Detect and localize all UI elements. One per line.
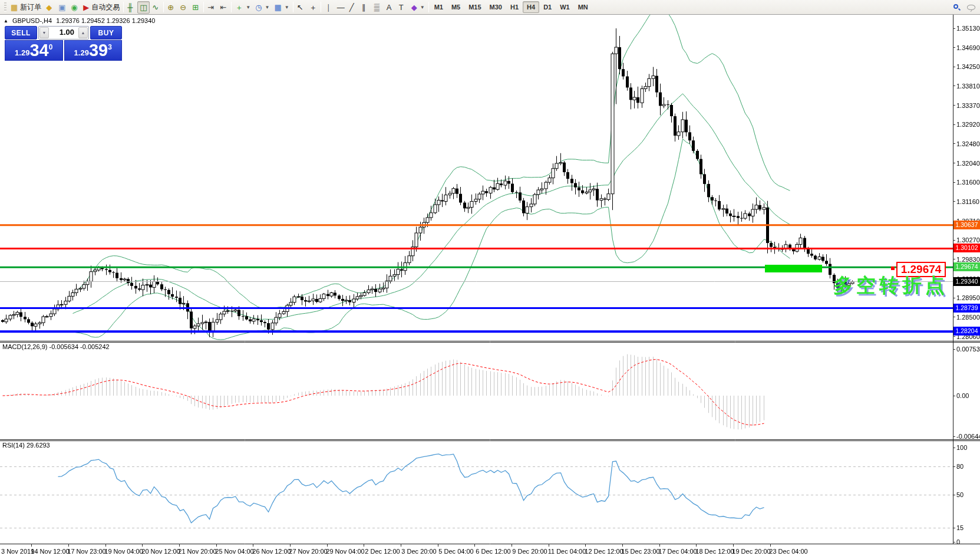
level-price-tag: 1.30102 [953, 244, 980, 252]
macd-label: MACD(12,26,9) -0.005634 -0.005242 [2, 343, 110, 350]
toolbar-separator [321, 2, 321, 12]
channel-icon: ∥ [362, 4, 366, 11]
timeframe-m1-button[interactable]: M1 [430, 1, 447, 13]
price-axis-tick: 1.33810 [956, 83, 980, 90]
line-chart-icon[interactable]: ∿ [150, 1, 162, 14]
price-axis-tick: 1.31160 [956, 198, 979, 205]
profile-icon: ▣ [58, 4, 65, 11]
highlight-rectangle[interactable] [765, 265, 822, 272]
history-center-icon: ◆ [46, 4, 52, 11]
vline-icon[interactable]: ｜ [322, 1, 335, 14]
history-center-icon[interactable]: ◆ [44, 1, 56, 14]
current-price-tag: 1.29340 [953, 277, 980, 286]
rsi-axis-tick: 0 [956, 538, 960, 545]
templates-icon[interactable]: ▦▼ [272, 1, 291, 14]
hline-icon[interactable]: — [335, 1, 347, 14]
zoom-out-icon[interactable]: ⊖ [177, 1, 190, 14]
arrows-icon: ◆ [411, 4, 417, 11]
rsi-axis-tick: 50 [956, 491, 963, 498]
scroll-to-end-icon: ⇥ [207, 4, 214, 11]
one-click-trade-panel: SELL ▼ 1.00 ▲ BUY 1.29340 1.29393 [5, 26, 122, 61]
line-chart-icon: ∿ [152, 4, 159, 11]
tile-windows-icon[interactable]: ⊞ [190, 1, 202, 14]
timeframe-w1-button[interactable]: W1 [556, 1, 574, 13]
news-feed-icon: ◉ [71, 4, 77, 11]
time-axis-label: 17 Dec 04:00 [658, 548, 697, 555]
chat-icon[interactable] [967, 5, 975, 10]
channel-icon[interactable]: ∥ [359, 1, 372, 14]
periods-icon-dropdown-arrow[interactable]: ▼ [265, 5, 270, 10]
time-axis-label: 15 Dec 23:00 [621, 548, 659, 555]
toolbar-right [953, 0, 975, 15]
arrows-icon-dropdown-arrow[interactable]: ▼ [420, 5, 425, 10]
autotrade-button[interactable]: ▶自动交易 [81, 1, 122, 14]
label-icon: T [399, 4, 404, 11]
level-price-tag: 1.28204 [953, 327, 980, 336]
time-axis-label: 27 Nov 20:00 [289, 548, 327, 555]
time-axis-label: 19 Nov 04:00 [104, 548, 143, 555]
indicators-icon-dropdown-arrow[interactable]: ▼ [246, 5, 250, 10]
buy-price[interactable]: 1.29393 [64, 40, 123, 61]
arrows-icon[interactable]: ◆▼ [409, 1, 427, 14]
time-axis-label: 19 Dec 20:00 [732, 548, 770, 555]
timeframe-d1-button[interactable]: D1 [539, 1, 556, 13]
templates-icon-dropdown-arrow[interactable]: ▼ [285, 5, 289, 10]
trendline-icon[interactable]: ╱ [347, 1, 359, 14]
search-icon[interactable] [953, 4, 960, 11]
bar-chart-icon[interactable]: ╫ [125, 1, 137, 14]
toolbar-separator [428, 2, 429, 12]
toolbar: ▦新订单◆▣◉▶自动交易╫◫∿⊕⊖⊞⇥⇤＋▼◷▼▦▼↖＋｜—╱∥▒AT◆▼M1M… [0, 0, 980, 15]
rsi-label: RSI(14) 29.6293 [2, 442, 50, 449]
timeframe-mn-button[interactable]: MN [574, 1, 592, 13]
new-order-button[interactable]: ▦新订单 [8, 1, 44, 14]
timeframe-m5-button[interactable]: M5 [447, 1, 464, 13]
text-icon[interactable]: A [384, 1, 397, 14]
timeframe-m30-button[interactable]: M30 [486, 1, 506, 13]
label-icon[interactable]: T [397, 1, 409, 14]
profile-icon[interactable]: ▣ [56, 1, 68, 14]
hline-icon: — [337, 4, 345, 11]
periods-icon: ◷ [255, 4, 262, 11]
buy-button[interactable]: BUY [90, 26, 122, 40]
timeframe-m15-button[interactable]: M15 [464, 1, 485, 13]
macd-axis-tick: -0.006446 [956, 433, 980, 440]
sell-price[interactable]: 1.29340 [5, 40, 63, 61]
price-axis-tick: 1.33370 [956, 102, 980, 109]
fibonacci-icon[interactable]: ▒ [372, 1, 384, 14]
chart-shift-icon[interactable]: ⇤ [217, 1, 230, 14]
price-axis-tick: 1.34690 [956, 44, 980, 51]
symbol-name: GBPUSD-,H4 [12, 17, 52, 24]
volume-down-button[interactable]: ▼ [39, 27, 49, 38]
trendline-icon: ╱ [349, 4, 354, 11]
cursor-icon[interactable]: ↖ [295, 1, 307, 14]
candle-chart-icon[interactable]: ◫ [137, 1, 150, 14]
scroll-to-end-icon[interactable]: ⇥ [205, 1, 217, 14]
time-axis-label: 9 Dec 20:00 [512, 548, 547, 555]
new-order-button: ▦ [11, 4, 18, 11]
collapse-arrow-icon[interactable]: ▲ [4, 18, 8, 24]
symbol-info: ▲ GBPUSD-,H4 1.29376 1.29452 1.29326 1.2… [4, 17, 155, 24]
volume-up-button[interactable]: ▲ [78, 27, 88, 38]
sell-button[interactable]: SELL [5, 26, 37, 40]
toolbar-separator [293, 2, 293, 12]
volume-field[interactable]: ▼ 1.00 ▲ [38, 26, 89, 40]
news-feed-icon[interactable]: ◉ [68, 1, 81, 14]
indicators-icon[interactable]: ＋▼ [233, 1, 253, 14]
zoom-in-icon[interactable]: ⊕ [165, 1, 177, 14]
fibonacci-icon: ▒ [374, 4, 380, 11]
toolbar-separator [123, 2, 124, 12]
time-axis-label: 6 Dec 12:00 [476, 548, 510, 555]
price-axis-tick: 1.34250 [956, 63, 980, 70]
crosshair-icon: ＋ [309, 4, 317, 11]
toolbar-separator [231, 2, 232, 12]
toolbar-grip [4, 2, 6, 12]
rsi-axis-tick: 80 [956, 463, 963, 470]
candle-chart-icon: ◫ [140, 4, 147, 11]
time-axis-label: 18 Dec 12:00 [695, 548, 734, 555]
volume-value[interactable]: 1.00 [50, 27, 78, 39]
timeframe-h4-button[interactable]: H4 [523, 1, 539, 13]
timeframe-h1-button[interactable]: H1 [506, 1, 523, 13]
periods-icon[interactable]: ◷▼ [253, 1, 272, 14]
time-axis-label: 3 Dec 20:00 [401, 548, 436, 555]
crosshair-icon[interactable]: ＋ [307, 1, 319, 14]
